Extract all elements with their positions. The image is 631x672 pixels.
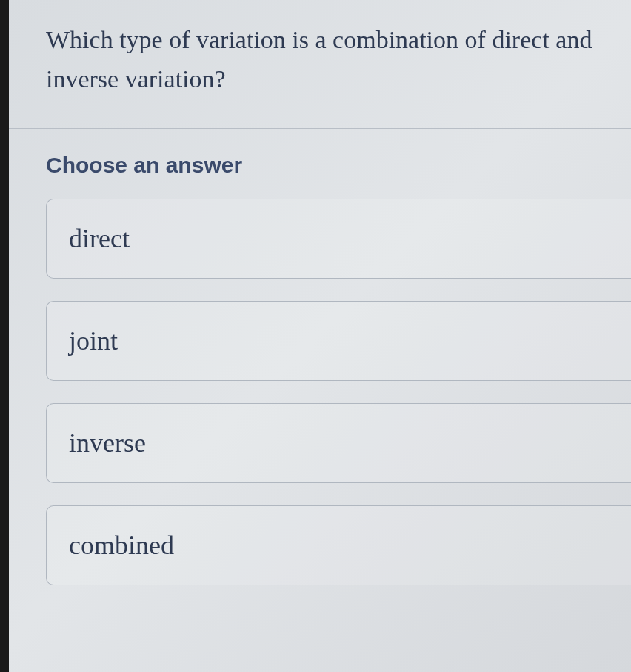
option-label: joint <box>69 326 118 356</box>
choose-answer-instruction: Choose an answer <box>46 153 631 178</box>
option-label: combined <box>69 530 174 560</box>
option-label: direct <box>69 224 130 253</box>
question-text: Which type of variation is a combination… <box>46 21 601 99</box>
options-list: direct joint inverse combined <box>46 199 631 585</box>
option-joint[interactable]: joint <box>46 301 631 381</box>
answer-section: Choose an answer direct joint inverse co… <box>9 129 631 585</box>
question-section: Which type of variation is a combination… <box>9 0 631 129</box>
option-direct[interactable]: direct <box>46 199 631 279</box>
option-label: inverse <box>69 428 146 458</box>
option-combined[interactable]: combined <box>46 505 631 585</box>
option-inverse[interactable]: inverse <box>46 403 631 483</box>
